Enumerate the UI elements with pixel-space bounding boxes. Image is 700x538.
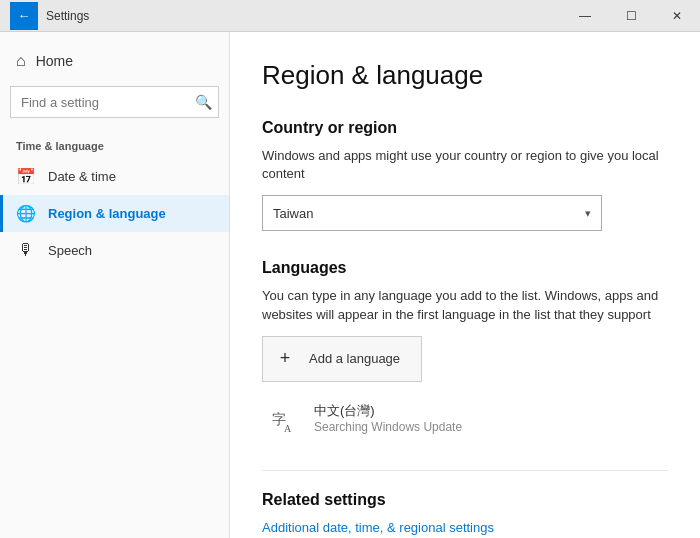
- languages-description: You can type in any language you add to …: [262, 287, 668, 323]
- sidebar-item-speech[interactable]: 🎙 Speech: [0, 232, 229, 268]
- country-region-title: Country or region: [262, 119, 668, 137]
- chevron-down-icon: ▾: [585, 207, 591, 220]
- minimize-button[interactable]: —: [562, 0, 608, 32]
- search-button[interactable]: 🔍: [187, 86, 219, 118]
- sidebar-item-date-time[interactable]: 📅 Date & time: [0, 158, 229, 195]
- page-title: Region & language: [262, 60, 668, 91]
- search-icon: 🔍: [195, 94, 212, 110]
- close-button[interactable]: ✕: [654, 0, 700, 32]
- titlebar-controls: — ☐ ✕: [562, 0, 700, 32]
- related-settings-title: Related settings: [262, 491, 668, 509]
- language-info: 中文(台灣) Searching Windows Update: [314, 402, 462, 434]
- add-language-label: Add a language: [309, 351, 400, 366]
- sidebar-item-region-language[interactable]: 🌐 Region & language: [0, 195, 229, 232]
- sidebar-home-label: Home: [36, 53, 73, 69]
- language-status: Searching Windows Update: [314, 420, 462, 434]
- svg-text:A: A: [284, 423, 292, 434]
- date-time-icon: 📅: [16, 167, 36, 186]
- country-region-section: Country or region Windows and apps might…: [262, 119, 668, 231]
- related-settings-section: Related settings Additional date, time, …: [262, 491, 668, 535]
- sidebar-item-speech-label: Speech: [48, 243, 92, 258]
- sidebar-item-region-language-label: Region & language: [48, 206, 166, 221]
- country-region-dropdown[interactable]: Taiwan ▾: [262, 195, 602, 231]
- list-item[interactable]: 字 A 中文(台灣) Searching Windows Update: [262, 394, 668, 442]
- divider: [262, 470, 668, 471]
- region-language-icon: 🌐: [16, 204, 36, 223]
- country-region-value: Taiwan: [273, 206, 313, 221]
- titlebar-title: Settings: [46, 9, 89, 23]
- back-button[interactable]: ←: [10, 2, 38, 30]
- search-box: 🔍: [10, 86, 219, 118]
- language-name: 中文(台灣): [314, 402, 462, 420]
- add-language-button[interactable]: + Add a language: [262, 336, 422, 382]
- titlebar-left: ← Settings: [10, 2, 89, 30]
- sidebar-item-home[interactable]: ⌂ Home: [0, 42, 229, 80]
- sidebar-item-date-time-label: Date & time: [48, 169, 116, 184]
- additional-date-time-link[interactable]: Additional date, time, & regional settin…: [262, 520, 494, 535]
- languages-section: Languages You can type in any language y…: [262, 259, 668, 441]
- main-content: Region & language Country or region Wind…: [230, 32, 700, 538]
- speech-icon: 🎙: [16, 241, 36, 259]
- language-icon: 字 A: [270, 402, 302, 434]
- sidebar-section-label: Time & language: [0, 132, 229, 158]
- app-container: ⌂ Home 🔍 Time & language 📅 Date & time 🌐…: [0, 32, 700, 538]
- maximize-button[interactable]: ☐: [608, 0, 654, 32]
- sidebar: ⌂ Home 🔍 Time & language 📅 Date & time 🌐…: [0, 32, 230, 538]
- languages-title: Languages: [262, 259, 668, 277]
- titlebar: ← Settings — ☐ ✕: [0, 0, 700, 32]
- home-icon: ⌂: [16, 52, 26, 70]
- country-region-description: Windows and apps might use your country …: [262, 147, 668, 183]
- plus-icon: +: [271, 345, 299, 373]
